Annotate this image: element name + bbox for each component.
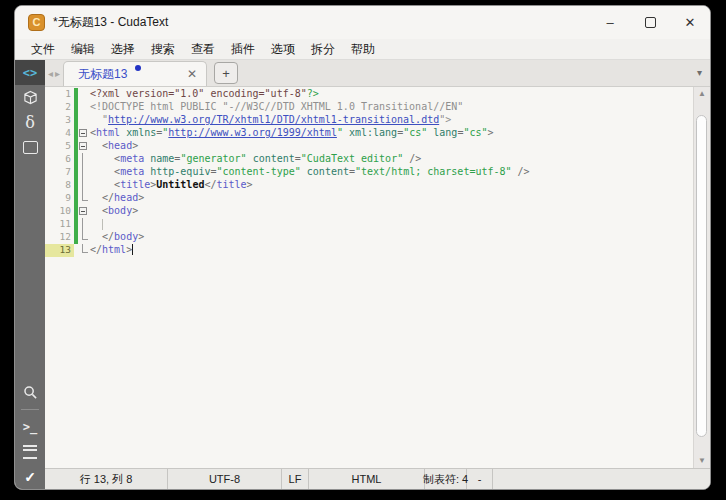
validate-icon[interactable]: ✓ — [15, 464, 45, 489]
scroll-down-icon[interactable]: ▼ — [694, 454, 710, 468]
line-number: 5 — [45, 140, 74, 153]
menu-item-5[interactable]: 插件 — [223, 39, 263, 60]
project-icon[interactable] — [15, 85, 45, 110]
code-line-12[interactable]: 12 </body> — [45, 231, 693, 244]
menu-item-0[interactable]: 文件 — [23, 39, 63, 60]
output-icon[interactable] — [15, 439, 45, 464]
code-token: "CudaText editor" — [301, 153, 403, 164]
status-cell-2[interactable]: LF — [282, 469, 309, 489]
menu-item-6[interactable]: 选项 — [263, 39, 303, 60]
code-token: "cs" — [463, 127, 487, 138]
line-number: 2 — [45, 101, 74, 114]
code-token: content — [307, 166, 349, 177]
title-bar: C *无标题13 - CudaText – ✕ — [15, 6, 710, 39]
fold-toggle-icon[interactable] — [78, 205, 90, 218]
fold-toggle-icon[interactable] — [78, 140, 90, 153]
menu-item-7[interactable]: 拆分 — [303, 39, 343, 60]
code-token: content — [253, 153, 295, 164]
search-icon[interactable] — [15, 380, 45, 405]
code-token: "cs" — [403, 127, 427, 138]
code-line-1[interactable]: 1<?xml version="1.0" encoding="utf-8"?> — [45, 88, 693, 101]
menu-item-2[interactable]: 选择 — [103, 39, 143, 60]
code-line-9[interactable]: 9 </head> — [45, 192, 693, 205]
tab-close-icon[interactable]: ✕ — [187, 67, 197, 81]
code-token: Untitled — [156, 179, 204, 190]
menu-item-3[interactable]: 搜索 — [143, 39, 183, 60]
status-cell-4[interactable]: 制表符: 4 — [425, 469, 467, 489]
code-token: http-equiv — [150, 166, 210, 177]
code-token: http://www.w3.org/1999/xhtml — [168, 127, 337, 138]
code-token: " — [90, 114, 108, 125]
line-number: 12 — [45, 231, 74, 244]
snippets-icon[interactable]: δ — [15, 110, 45, 135]
tab-nav-right-icon[interactable]: ▸ — [55, 68, 60, 79]
code-line-6[interactable]: 6 <meta name="generator" content="CudaTe… — [45, 153, 693, 166]
menu-item-1[interactable]: 编辑 — [63, 39, 103, 60]
menu-item-8[interactable]: 帮助 — [343, 39, 383, 60]
code-token — [90, 192, 102, 203]
status-cell-5[interactable]: - — [467, 469, 493, 489]
code-token: head — [114, 192, 138, 203]
status-cell-1[interactable]: UTF-8 — [168, 469, 282, 489]
code-token: head — [108, 140, 132, 151]
menu-item-4[interactable]: 查看 — [183, 39, 223, 60]
fold-guide — [78, 179, 90, 192]
code-token: <?xml version="1.0" encoding="utf-8" — [90, 88, 307, 99]
code-token — [90, 153, 114, 164]
vertical-scrollbar[interactable]: ▲ ▼ — [693, 87, 710, 468]
fold-guide — [78, 101, 90, 114]
code-line-13[interactable]: 13</html> — [45, 244, 693, 257]
status-cell-0[interactable]: 行 13, 列 8 — [45, 469, 168, 489]
code-token — [90, 140, 102, 151]
code-token: > — [138, 192, 144, 203]
code-token: "generator" — [180, 153, 246, 164]
code-area[interactable]: 1<?xml version="1.0" encoding="utf-8"?>2… — [45, 87, 693, 468]
status-cell-3[interactable]: HTML — [309, 469, 425, 489]
tab-nav-left-icon[interactable]: ◂ — [48, 68, 53, 79]
code-line-10[interactable]: 10 <body> — [45, 205, 693, 218]
tabs-panel-icon[interactable] — [15, 135, 45, 160]
scroll-up-icon[interactable]: ▲ — [694, 87, 710, 101]
code-token: </ — [204, 179, 216, 190]
line-number: 10 — [45, 205, 74, 218]
code-line-3[interactable]: 3 "http://www.w3.org/TR/xhtml1/DTD/xhtml… — [45, 114, 693, 127]
console-icon[interactable]: >_ — [15, 414, 45, 439]
code-token: ?> — [307, 88, 319, 99]
fold-toggle-icon[interactable] — [78, 127, 90, 140]
tab-nav-arrows[interactable]: ◂ ▸ — [45, 60, 63, 86]
maximize-button[interactable] — [630, 6, 670, 39]
code-text: <title>Untitled</title> — [90, 179, 693, 192]
scrollbar-thumb[interactable] — [696, 115, 707, 437]
code-tree-icon[interactable]: <> — [15, 60, 45, 85]
fold-guide — [78, 114, 90, 127]
code-line-2[interactable]: 2<!DOCTYPE html PUBLIC "-//W3C//DTD XHTM… — [45, 101, 693, 114]
minimize-button[interactable]: – — [590, 6, 630, 39]
menu-bar: 文件编辑选择搜索查看插件选项拆分帮助 — [15, 39, 710, 60]
new-tab-button[interactable]: + — [214, 62, 238, 84]
tab-label: 无标题13 — [78, 66, 187, 83]
code-text: <meta name="generator" content="CudaText… — [90, 153, 693, 166]
code-line-5[interactable]: 5 <head> — [45, 140, 693, 153]
code-token: "> — [439, 114, 451, 125]
code-token: > — [247, 179, 253, 190]
app-icon: C — [28, 14, 45, 31]
text-caret — [132, 244, 133, 255]
code-token: > — [138, 231, 144, 242]
code-line-11[interactable]: 11 — [45, 218, 693, 231]
line-number: 8 — [45, 179, 74, 192]
code-token: </ — [102, 231, 114, 242]
code-text: <body> — [90, 205, 693, 218]
code-line-8[interactable]: 8 <title>Untitled</title> — [45, 179, 693, 192]
code-text: <?xml version="1.0" encoding="utf-8"?> — [90, 88, 693, 101]
code-token — [90, 166, 114, 177]
editor-area[interactable]: 1<?xml version="1.0" encoding="utf-8"?>2… — [45, 86, 710, 468]
tab-untitled[interactable]: 无标题13 ✕ — [63, 61, 207, 86]
tab-list-chevron-icon[interactable]: ▾ — [697, 67, 702, 78]
code-line-7[interactable]: 7 <meta http-equiv="content-type" conten… — [45, 166, 693, 179]
close-button[interactable]: ✕ — [670, 6, 710, 39]
code-line-4[interactable]: 4<html xmlns="http://www.w3.org/1999/xht… — [45, 127, 693, 140]
code-token: xmlns — [126, 127, 156, 138]
window-title: *无标题13 - CudaText — [53, 14, 590, 31]
line-number: 9 — [45, 192, 74, 205]
code-token: > — [488, 127, 494, 138]
